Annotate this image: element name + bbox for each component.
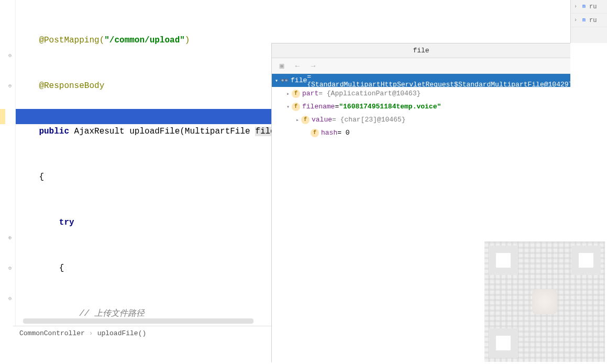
comment: // 上传文件路径 [79,309,145,318]
field-icon: f [292,103,300,111]
chevron-right-icon: › [89,329,93,337]
execution-gutter-marker [0,109,5,124]
field-icon: f [292,90,300,98]
code-content[interactable]: @PostMapping("/common/upload") @Response… [19,3,271,340]
breadcrumb[interactable]: CommonController › uploadFile() [13,326,271,340]
variable-value: = {StandardMultipartHttpServletRequest$S… [307,73,572,89]
watch-icon: 👓 [280,76,289,85]
fold-icon[interactable]: ⊖ [8,53,14,59]
expand-arrow-icon[interactable]: ▸ [294,117,301,123]
expand-arrow-icon[interactable]: ▸ [284,91,292,97]
expand-arrow-icon[interactable]: ▾ [284,104,292,110]
right-tool-sidebar: › m ru › m ru [570,0,607,43]
horizontal-scrollbar[interactable] [23,318,253,324]
variable-value: "1608174951184temp.voice" [339,103,441,111]
fold-icon[interactable]: ⊖ [8,84,14,89]
variable-value: = 0 [337,129,349,137]
fold-icon[interactable]: ⊕ [8,236,14,241]
arrow-left-icon[interactable]: ← [293,61,302,71]
code-editor[interactable]: ⊖ ⊖ ⊕ ⊖ ⊖ @PostMapping("/common/upload")… [0,0,271,340]
variable-value: = {char[23]@10465} [332,116,405,124]
variable-value: = {ApplicationPart@10463} [318,90,421,97]
sidebar-tool-item[interactable]: › m ru [571,14,607,27]
debug-toolbar: ▣ ← → [272,58,570,74]
variable-row[interactable]: ▸ f part = {ApplicationPart@10463} [272,87,570,100]
chevron-right-icon: › [574,4,577,9]
keyword: public [39,127,69,136]
qr-watermark [484,241,605,362]
breadcrumb-item[interactable]: CommonController [19,329,85,337]
breadcrumb-item[interactable]: uploadFile() [97,329,147,337]
variable-row[interactable]: f hash = 0 [272,126,570,139]
variable-name: value [312,116,332,124]
chevron-right-icon: › [574,17,577,23]
keyword: try [59,218,74,227]
variable-name: filename [302,103,335,111]
sidebar-tool-label: ru [589,3,597,10]
variable-name: file [291,76,307,84]
maven-m-icon: m [580,3,588,10]
fold-icon[interactable]: ⊖ [8,266,14,271]
arrow-right-icon[interactable]: → [308,61,318,71]
string-literal: "/common/upload" [104,36,185,45]
sidebar-tool-label: ru [589,17,597,24]
editor-gutter[interactable]: ⊖ ⊖ ⊕ ⊖ ⊖ [0,0,16,340]
annotation: @ResponseBody [39,81,104,91]
annotation: @PostMapping( [39,36,104,45]
field-icon: f [301,116,310,124]
variable-name: part [302,90,318,97]
debug-panel-title: file [272,43,570,58]
fold-icon[interactable]: ⊖ [8,296,14,302]
parameter-highlight: file [255,127,271,136]
maven-m-icon: m [580,17,588,24]
variable-row[interactable]: ▸ f value = {char[23]@10465} [272,113,570,126]
variable-row[interactable]: ▾ f filename = "1608174951184temp.voice" [272,100,570,113]
variables-tree[interactable]: ▾ 👓 file = {StandardMultipartHttpServlet… [272,74,570,139]
variable-row-root[interactable]: ▾ 👓 file = {StandardMultipartHttpServlet… [272,74,570,87]
expand-arrow-icon[interactable]: ▾ [275,78,278,84]
sidebar-tool-item[interactable]: › m ru [571,0,607,14]
new-watch-icon[interactable]: ▣ [277,61,286,71]
field-icon: f [311,129,319,137]
variable-name: hash [321,129,337,137]
